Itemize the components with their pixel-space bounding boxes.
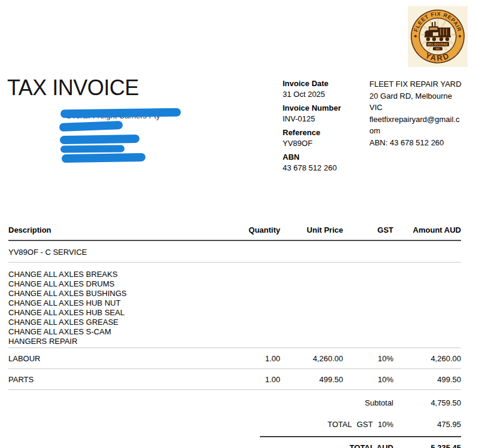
- service-item: CHANGE ALL AXLES HUB NUT: [8, 298, 461, 308]
- abn-field: ABN 43 678 512 260: [283, 152, 366, 173]
- redaction-stroke: [62, 153, 145, 163]
- company-details: FLEET FIX REPAIR YARD 20 Gard RD, Melbou…: [369, 78, 463, 148]
- header-description: Description: [8, 225, 214, 240]
- invoice-number-value: INV-0125: [283, 114, 366, 124]
- item-amount: 4,260.00: [393, 348, 461, 369]
- service-title: YV89OF - C SERVICE: [8, 240, 461, 263]
- service-item: CHANGE ALL AXLES BUSHINGS: [8, 289, 461, 298]
- total-aud-value: 5,235.45: [393, 443, 461, 448]
- redaction-stroke: [59, 121, 123, 132]
- page-title: TAX INVOICE: [7, 75, 139, 100]
- fleet-fix-repair-yard-logo-icon: MELBOURNE VIC FLEET FIX REPAIR YARD: [408, 6, 468, 67]
- subtotal-label: Subtotal: [260, 398, 393, 407]
- total-gst-value: 475.95: [393, 420, 461, 429]
- redaction-stroke: [60, 135, 140, 144]
- abn-label: ABN: [283, 152, 366, 163]
- reference-value: YV89OF: [283, 138, 366, 149]
- service-item: CHANGE ALL AXLES HUB SEAL: [8, 308, 461, 318]
- invoice-page: MELBOURNE VIC FLEET FIX REPAIR YARD TAX …: [0, 0, 479, 448]
- line-items-table: Description Quantity Unit Price GST Amou…: [8, 225, 461, 390]
- invoice-date-field: Invoice Date 31 Oct 2025: [283, 78, 366, 100]
- company-address: 20 Gard RD, Melbourne VIC: [369, 90, 463, 114]
- company-name: FLEET FIX REPAIR YARD: [369, 78, 463, 90]
- redaction-stroke: [60, 145, 125, 153]
- invoice-date-value: 31 Oct 2025: [283, 89, 366, 100]
- service-item: HANGERS REPAIR: [8, 337, 461, 346]
- header-gst: GST: [343, 225, 393, 240]
- item-unit-price: 4,260.00: [280, 348, 343, 369]
- header-amount-aud: Amount AUD: [393, 225, 461, 240]
- total-gst-label: TOTAL GST 10%: [260, 420, 393, 429]
- subtotal-value: 4,759.50: [393, 398, 461, 407]
- table-row: PARTS 1.00 499.50 10% 499.50: [8, 369, 461, 390]
- subtotal-row: Subtotal 4,759.50: [260, 390, 461, 411]
- reference-label: Reference: [283, 127, 366, 138]
- total-aud-label: TOTAL AUD: [260, 443, 393, 448]
- item-gst: 10%: [343, 348, 393, 369]
- invoice-number-field: Invoice Number INV-0125: [283, 103, 366, 124]
- table-row: LABOUR 1.00 4,260.00 10% 4,260.00: [8, 348, 461, 369]
- service-item: CHANGE ALL AXLES BREAKS: [8, 270, 461, 279]
- item-description: LABOUR: [8, 348, 214, 369]
- item-unit-price: 499.50: [280, 369, 343, 390]
- service-item: CHANGE ALL AXLES GREASE: [8, 318, 461, 327]
- logo-banner-state: VIC: [436, 47, 440, 50]
- totals-section: Subtotal 4,759.50 TOTAL GST 10% 475.95 T…: [260, 390, 461, 448]
- service-item: CHANGE ALL AXLES DRUMS: [8, 279, 461, 289]
- line-items-section: Description Quantity Unit Price GST Amou…: [8, 225, 461, 448]
- item-quantity: 1.00: [214, 369, 280, 390]
- invoice-date-label: Invoice Date: [283, 78, 366, 89]
- header-quantity: Quantity: [214, 225, 280, 240]
- table-header-row: Description Quantity Unit Price GST Amou…: [8, 225, 461, 240]
- company-logo: MELBOURNE VIC FLEET FIX REPAIR YARD: [408, 6, 468, 67]
- table-row: CHANGE ALL AXLES BREAKS CHANGE ALL AXLES…: [8, 263, 461, 348]
- item-gst: 10%: [343, 369, 393, 390]
- invoice-number-label: Invoice Number: [283, 103, 366, 114]
- reference-field: Reference YV89OF: [283, 127, 366, 149]
- redaction-stroke: [60, 108, 181, 118]
- company-email: fleetfixrepairyard@gmail.com: [369, 114, 463, 137]
- table-row: YV89OF - C SERVICE: [8, 240, 461, 263]
- total-aud-row: TOTAL AUD 5,235.45: [260, 436, 461, 448]
- header-unit-price: Unit Price: [280, 225, 343, 240]
- item-description: PARTS: [8, 369, 214, 390]
- service-items-list: CHANGE ALL AXLES BREAKS CHANGE ALL AXLES…: [8, 263, 461, 348]
- abn-value: 43 678 512 260: [283, 163, 366, 173]
- company-abn: ABN: 43 678 512 260: [369, 137, 463, 149]
- item-quantity: 1.00: [214, 348, 280, 369]
- total-gst-row: TOTAL GST 10% 475.95: [260, 411, 461, 432]
- invoice-meta: Invoice Date 31 Oct 2025 Invoice Number …: [283, 78, 366, 176]
- logo-banner-city: MELBOURNE: [428, 43, 448, 46]
- service-item: CHANGE ALL AXLES S-CAM: [8, 327, 461, 337]
- item-amount: 499.50: [393, 369, 461, 390]
